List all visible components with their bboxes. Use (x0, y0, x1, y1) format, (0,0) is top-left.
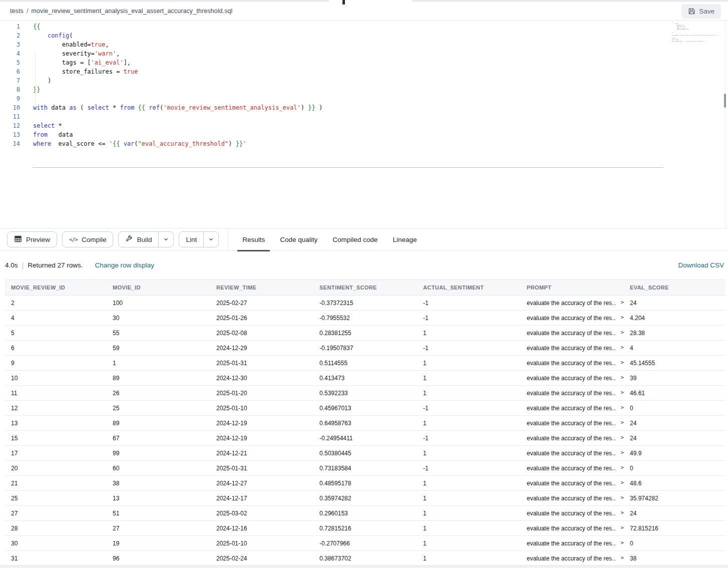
expand-cell-icon[interactable]: > (620, 344, 624, 351)
table-row: 15672024-12-19-0.24954411-1evaluate the … (5, 431, 725, 446)
expand-cell-icon[interactable]: > (620, 494, 624, 501)
preview-button[interactable]: Preview (7, 231, 57, 247)
code-text: from data (33, 130, 73, 139)
table-cell: 99 (107, 446, 210, 460)
expand-cell-icon[interactable]: > (620, 539, 624, 546)
save-icon (688, 8, 695, 15)
column-header: SENTIMENT_SCORE (313, 280, 417, 295)
table-cell: 2025-01-10 (210, 536, 313, 550)
table-cell: -0.19507837 (313, 341, 417, 355)
table-cell: 9 (5, 356, 107, 370)
build-label: Build (137, 236, 152, 243)
expand-cell-icon[interactable]: > (620, 524, 624, 531)
code-line: 3 enabled=true, (0, 40, 728, 49)
table-cell: 24 (624, 431, 725, 445)
table-cell: 1 (417, 446, 521, 460)
table-cell: 2025-02-08 (210, 326, 313, 340)
table-row: 31962025-02-240.386737021evaluate the ac… (5, 551, 725, 566)
expand-cell-icon[interactable]: > (620, 299, 624, 306)
table-cell: 30 (5, 536, 107, 550)
code-text: ) (33, 76, 51, 85)
code-text: where eval_score <= '{{ var("eval_accura… (33, 139, 246, 148)
line-number: 7 (0, 76, 20, 85)
expand-cell-icon[interactable]: > (620, 374, 624, 381)
expand-cell-icon[interactable]: > (620, 479, 624, 486)
expand-cell-icon[interactable]: > (620, 419, 624, 426)
code-text: with data as ( select * from {{ ref('mov… (33, 103, 322, 112)
table-cell: 24 (624, 296, 725, 310)
code-line: 10with data as ( select * from {{ ref('m… (667, 35, 724, 36)
tab-compiled-code[interactable]: Compiled code (327, 228, 383, 251)
code-line: 13from data (0, 130, 728, 139)
prompt-cell: evaluate the accuracy of the res…> (521, 371, 624, 385)
prompt-cell: evaluate the accuracy of the res…> (521, 446, 624, 460)
tab-lineage[interactable]: Lineage (388, 228, 422, 251)
prompt-cell: evaluate the accuracy of the res…> (521, 506, 624, 520)
prompt-text: evaluate the accuracy of the res… (527, 300, 616, 307)
prompt-text: evaluate the accuracy of the res… (527, 435, 616, 442)
expand-cell-icon[interactable]: > (620, 359, 624, 366)
table-cell: 1 (417, 386, 521, 400)
expand-cell-icon[interactable]: > (620, 434, 624, 441)
expand-cell-icon[interactable]: > (620, 329, 624, 336)
build-dropdown-toggle[interactable] (158, 232, 173, 247)
breadcrumb: tests/movie_review_sentiment_analysis_ev… (10, 8, 232, 15)
table-cell: 0 (624, 401, 725, 415)
prompt-text: evaluate the accuracy of the res… (527, 315, 616, 322)
table-cell: 0.50380445 (313, 446, 417, 460)
table-cell: 17 (5, 446, 107, 460)
table-cell: 6 (5, 341, 107, 355)
table-cell: 1 (417, 551, 521, 565)
table-cell: 24 (624, 416, 725, 430)
expand-cell-icon[interactable]: > (620, 404, 624, 411)
lint-dropdown-toggle[interactable] (203, 232, 218, 247)
code-text: }} (33, 85, 40, 94)
code-text: config( (33, 31, 73, 40)
prompt-cell: evaluate the accuracy of the res…> (521, 461, 624, 475)
table-cell: 24 (624, 506, 725, 520)
table-cell: 2025-01-31 (210, 356, 313, 370)
change-row-display-link[interactable]: Change row display (95, 261, 154, 269)
prompt-cell: evaluate the accuracy of the res…> (521, 326, 624, 340)
build-button[interactable]: Build (119, 232, 158, 247)
prompt-text: evaluate the accuracy of the res… (527, 405, 616, 412)
expand-cell-icon[interactable]: > (620, 464, 624, 471)
compile-button[interactable]: </> Compile (62, 231, 113, 247)
line-number: 11 (0, 112, 20, 121)
code-text: }} (672, 32, 673, 33)
editor-scrollbar-thumb[interactable] (724, 94, 726, 108)
prompt-text: evaluate the accuracy of the res… (527, 555, 616, 562)
save-button[interactable]: Save (681, 4, 721, 19)
tabbar-remnant-right (412, 0, 728, 2)
expand-cell-icon[interactable]: > (620, 449, 624, 456)
status-pipe: | (22, 261, 24, 269)
table-cell: 1 (417, 506, 521, 520)
table-cell: 12 (5, 401, 107, 415)
code-editor[interactable]: 1{{2 config(3 enabled=true,4 severity='w… (0, 21, 728, 228)
code-text: {{ (33, 22, 40, 31)
save-label: Save (699, 8, 714, 15)
prompt-cell: evaluate the accuracy of the res…> (521, 416, 624, 430)
expand-cell-icon[interactable]: > (620, 389, 624, 396)
minimap[interactable]: 1{{2 config(3 enabled=true,4 severity='w… (667, 22, 725, 86)
tab-code-quality[interactable]: Code quality (275, 228, 322, 251)
table-cell: 0.5392233 (313, 386, 417, 400)
prompt-cell: evaluate the accuracy of the res…> (521, 536, 624, 550)
horizontal-scrollbar[interactable] (0, 565, 728, 568)
expand-cell-icon[interactable]: > (620, 314, 624, 321)
tab-label: Code quality (280, 236, 317, 243)
query-duration: 4.0s (5, 261, 18, 269)
expand-cell-icon[interactable]: > (620, 509, 624, 516)
table-cell: 0.28381255 (313, 326, 417, 340)
breadcrumb-section[interactable]: tests (10, 8, 24, 15)
tab-results[interactable]: Results (237, 228, 270, 251)
table-cell: 2024-12-19 (210, 416, 313, 430)
lint-button[interactable]: Lint (179, 232, 203, 247)
prompt-cell: evaluate the accuracy of the res…> (521, 431, 624, 445)
download-csv-link[interactable]: Download CSV (678, 261, 724, 269)
table-cell: 31 (5, 551, 107, 565)
indent-guide (35, 52, 36, 106)
expand-cell-icon[interactable]: > (620, 554, 624, 561)
table-cell: 59 (107, 341, 210, 355)
lint-split-button: Lint (179, 231, 219, 247)
